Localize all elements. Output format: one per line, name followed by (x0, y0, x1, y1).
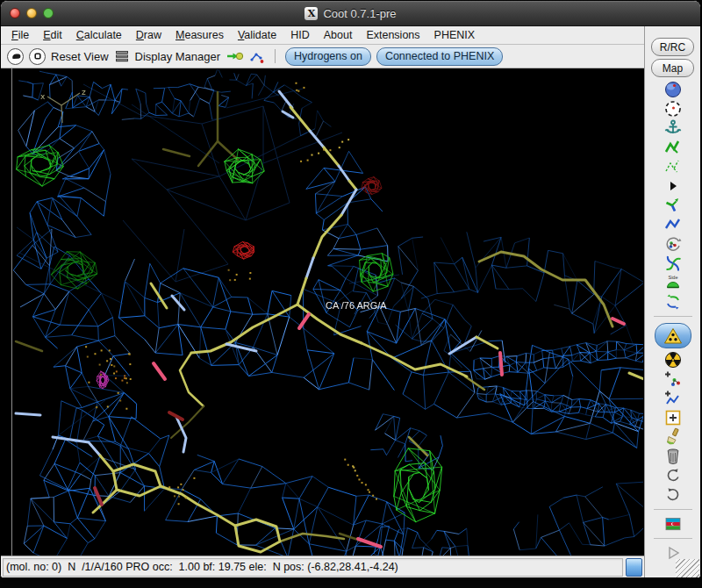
tool-add-zigzag-button[interactable] (661, 389, 685, 408)
warning-triangle-icon (663, 326, 683, 346)
gl-canvas[interactable] (13, 69, 643, 556)
tool-separator (654, 509, 692, 510)
svg-text:Side: Side (668, 275, 677, 280)
zoom-button[interactable] (43, 8, 54, 18)
molecule-button[interactable] (249, 48, 265, 64)
layer-stack-button[interactable] (114, 48, 130, 64)
menu-item-validate[interactable]: Validate (231, 29, 283, 41)
tool-green-zigzag-button[interactable] (661, 138, 685, 157)
small-square-button[interactable] (29, 48, 46, 65)
close-button[interactable] (10, 8, 20, 18)
swirl-arrows-icon (663, 292, 683, 312)
menu-item-extensions[interactable]: Extensions (359, 29, 426, 41)
toggle-hydrogens-on[interactable]: Hydrogens on (285, 47, 371, 66)
rrc-button[interactable]: R/RC (651, 38, 694, 56)
map-button-label: Map (663, 62, 683, 75)
flag-icon (663, 514, 683, 534)
reset-view-label[interactable]: Reset View (51, 50, 109, 63)
tool-rotate-fragment-button[interactable] (661, 234, 685, 254)
tool-add-box-button[interactable] (661, 408, 685, 427)
tool-green-dashed-zigzag-button[interactable] (661, 157, 685, 176)
tool-trash-can-button[interactable] (661, 447, 685, 466)
tool-anchor-button[interactable] (661, 118, 685, 138)
status-frame: (mol. no: 0) N /1/A/160 PRO occ: 1.00 bf… (3, 558, 623, 577)
tool-blue-zigzag-button[interactable] (661, 215, 685, 234)
menu-item-draw[interactable]: Draw (129, 29, 168, 41)
play-triangle-icon (663, 176, 683, 196)
half-disc-icon (11, 51, 21, 61)
minimize-button[interactable] (26, 8, 37, 18)
tool-add-molecule-button[interactable] (661, 369, 685, 389)
rrc-button-label: R/RC (660, 41, 685, 54)
menu-item-measures[interactable]: Measures (168, 29, 231, 41)
half-disc-button[interactable] (7, 48, 24, 65)
side-chain-sphere-icon: Side (663, 273, 683, 292)
tool-separator (654, 316, 692, 317)
blue-zigzag-icon (663, 215, 683, 234)
menu-item-edit[interactable]: Edit (36, 29, 69, 41)
tool-side-chain-sphere-button[interactable]: Side (661, 273, 685, 292)
resize-grip[interactable] (676, 559, 699, 577)
window-controls (10, 8, 54, 18)
page-title: Coot 0.7.1-pre (323, 7, 396, 20)
add-molecule-icon (663, 369, 683, 389)
frame-line (11, 68, 12, 556)
radiation-trefoil-icon (663, 350, 683, 369)
tool-swirl-arrows-button[interactable] (661, 292, 685, 312)
anchor-icon (663, 118, 683, 138)
side-toolbar: R/RC Map Side (644, 26, 700, 577)
tool-undo-arrow-button[interactable] (661, 466, 685, 485)
add-box-icon (663, 408, 683, 427)
toolbar-separator (275, 49, 276, 63)
tool-redo-arrow-button[interactable] (661, 485, 685, 505)
green-zigzag-icon (663, 138, 683, 157)
title-bar[interactable]: X Coot 0.7.1-pre (1, 1, 700, 26)
map-button[interactable]: Map (651, 59, 694, 77)
tool-warning-triangle-button[interactable] (655, 323, 691, 348)
status-bar: (mol. no: 0) N /1/A/160 PRO occ: 1.00 bf… (1, 556, 644, 577)
green-arrow-ball-icon (226, 47, 244, 65)
menu-item-calculate[interactable]: Calculate (69, 29, 129, 41)
display-manager-label[interactable]: Display Manager (135, 50, 221, 63)
atom-label: CA /76 ARG/A (326, 300, 387, 311)
gl-viewport-area: CA /76 ARG/A (1, 68, 644, 556)
tool-dashed-target-button[interactable] (661, 99, 685, 118)
tool-flag-button[interactable] (661, 514, 685, 534)
toggle-connected-to-phenix[interactable]: Connected to PHENIX (376, 47, 503, 66)
molecule-icon (249, 48, 265, 64)
toolbar: Reset ViewDisplay ManagerHydrogens onCon… (1, 45, 644, 68)
green-dashed-zigzag-icon (663, 157, 683, 176)
pinwheel-icon (663, 254, 683, 273)
tool-play-triangle-button[interactable] (661, 176, 685, 196)
menu-item-phenix[interactable]: PHENIX (427, 29, 483, 41)
dashed-target-icon (663, 99, 683, 118)
status-text: (mol. no: 0) N /1/A/160 PRO occ: 1.00 bf… (6, 561, 398, 573)
menu-item-about[interactable]: About (317, 29, 360, 41)
menu-bar: FileEditCalculateDrawMeasuresValidateHID… (1, 26, 644, 45)
green-arrow-ball-button[interactable] (226, 47, 244, 65)
small-square-icon (32, 51, 43, 61)
x11-icon: X (304, 7, 318, 20)
pane-handle[interactable] (626, 558, 642, 577)
tool-pinwheel-button[interactable] (661, 254, 685, 273)
tool-paintbrush-button[interactable] (661, 427, 685, 447)
menu-item-file[interactable]: File (4, 29, 36, 41)
tool-separator (654, 538, 692, 539)
paintbrush-icon (663, 427, 683, 447)
trash-can-icon (663, 447, 683, 466)
redo-arrow-icon (663, 485, 683, 505)
tool-blue-sphere-button[interactable] (661, 80, 685, 99)
tool-bent-bond-button[interactable] (661, 196, 685, 215)
menu-item-hid[interactable]: HID (283, 29, 317, 41)
undo-arrow-icon (663, 466, 683, 485)
layer-stack-icon (114, 48, 130, 64)
tool-radiation-trefoil-button[interactable] (661, 350, 685, 369)
blue-sphere-icon (663, 80, 683, 99)
tool-column: Side (654, 80, 692, 563)
rotate-fragment-icon (663, 234, 683, 254)
bent-bond-icon (663, 196, 683, 215)
window-title: X Coot 0.7.1-pre (1, 7, 700, 20)
add-zigzag-icon (663, 389, 683, 408)
app-window: X Coot 0.7.1-pre FileEditCalculateDrawMe… (0, 0, 701, 578)
